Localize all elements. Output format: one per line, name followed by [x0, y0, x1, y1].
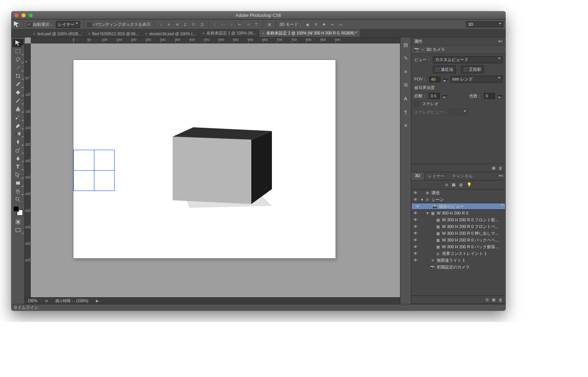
align-left-icon[interactable]: ⊏ [182, 21, 188, 27]
distance-field[interactable]: 0.5 [429, 93, 440, 99]
visibility-icon[interactable]: 👁 [411, 244, 419, 249]
align-top-icon[interactable]: ⫶ [158, 21, 164, 27]
type-tool[interactable]: T [12, 162, 24, 171]
history-brush-tool[interactable] [12, 113, 24, 121]
dist-3-icon[interactable]: ⫶ [228, 21, 234, 27]
tree-row[interactable]: 👁📷現在のビュー [411, 203, 506, 210]
new-layer-icon[interactable]: ⊞ [485, 297, 489, 302]
document-tab[interactable]: ×名称未設定 2 @ 100% (W 300 H 200 R 0, RGB/8)… [259, 30, 360, 37]
dodge-tool[interactable] [12, 146, 24, 154]
fov-unit-select[interactable]: mm レンズ [450, 76, 503, 83]
count-field[interactable]: 0 [484, 93, 495, 99]
auto-select-target[interactable]: レイヤー [56, 21, 80, 28]
trash-icon[interactable]: 🗑 [498, 166, 503, 170]
eyedropper-tool[interactable] [12, 80, 24, 88]
dock-tools-icon[interactable]: ✕ [401, 121, 410, 130]
hand-tool[interactable] [12, 187, 24, 195]
visibility-icon[interactable]: 👁 [411, 258, 419, 262]
align-vcenter-icon[interactable]: ≡ [166, 21, 172, 27]
crop-tool[interactable] [12, 72, 24, 80]
visibility-icon[interactable]: 👁 [411, 238, 419, 242]
tree-row[interactable]: 👁☀無限遠ライト 1 [411, 257, 506, 264]
align-bottom-icon[interactable]: ⫷ [174, 21, 180, 27]
dock-actions-icon[interactable]: ≡ [401, 67, 410, 76]
status-menu-icon[interactable]: ▶ [96, 299, 99, 303]
align-hcenter-icon[interactable]: ⊓ [191, 21, 197, 27]
panel-menu-icon[interactable]: ▾≡ [497, 172, 506, 180]
scale-icon[interactable]: ▭ [337, 21, 343, 27]
roll-icon[interactable]: ⟲ [313, 21, 319, 27]
tree-row[interactable]: 👁▼⧈シーン [411, 196, 506, 203]
screenmode-tool[interactable] [12, 226, 24, 234]
tree-row[interactable]: 👁▦W 300 H 200 R 0 バック膨張... [411, 243, 506, 250]
orbit-icon[interactable]: ◉ [304, 21, 310, 27]
panel-menu-icon[interactable]: ▾≡ [498, 39, 503, 44]
tree-row[interactable]: 👁◎境界コンストレイント 1 [411, 250, 506, 257]
visibility-icon[interactable]: 👁 [413, 204, 422, 209]
quickmask-tool[interactable] [12, 218, 24, 226]
zoom-value[interactable]: 100% [28, 299, 37, 303]
ruler-vertical[interactable]: 050100150200250300350400450500550600 [25, 43, 31, 304]
tree-row[interactable]: 👁▦W 300 H 200 R 0 押し出しマ... [411, 230, 506, 237]
gradient-tool[interactable] [12, 130, 24, 138]
marquee-tool[interactable] [12, 47, 24, 55]
dock-history-icon[interactable]: ▤ [401, 40, 410, 49]
properties-tab[interactable]: 属性▾≡ [411, 37, 506, 46]
visibility-icon[interactable]: 👁 [411, 224, 419, 229]
filter-scene-icon[interactable]: ⧈ [445, 182, 448, 187]
ruler-horizontal[interactable]: 0501001502002503003504004505005506006507… [31, 37, 400, 43]
auto-select-check[interactable]: 自動選択： [27, 22, 54, 27]
count-stepper[interactable] [497, 95, 503, 97]
visibility-icon[interactable]: 👁 [411, 211, 419, 215]
bbox-check[interactable]: バウンディングボックスを表示 [87, 22, 151, 27]
close-tab-icon[interactable]: × [88, 31, 90, 36]
visibility-icon[interactable]: 👁 [411, 231, 419, 235]
dock-para-icon[interactable]: ¶ [401, 108, 410, 116]
align-right-icon[interactable]: ⊐ [199, 21, 205, 27]
cube-mesh[interactable] [167, 125, 272, 212]
scene-tree[interactable]: 👁✻環境👁▼⧈シーン👁📷現在のビュー👁▼▦W 300 H 200 R 0👁▦W … [411, 189, 506, 295]
document-tab[interactable]: ×Bed N250512.3DS @ 66... [85, 30, 142, 37]
filter-mesh-icon[interactable]: ▦ [452, 182, 455, 187]
fov-field[interactable]: 49 [429, 76, 440, 82]
slide-icon[interactable]: ⇔ [329, 21, 335, 27]
close-tab-icon[interactable]: × [145, 31, 147, 36]
tab-3d[interactable]: 3D [411, 172, 424, 180]
timeline-tab[interactable]: タイムライン [11, 304, 506, 311]
render-cancel-icon[interactable]: ⊘ [45, 299, 48, 303]
perspective-button[interactable]: ⬚遠近法 [433, 66, 456, 73]
dist-5-icon[interactable]: ⊣ [245, 21, 251, 27]
tree-row[interactable]: 👁▦W 300 H 200 R 0 フロントペ... [411, 223, 506, 230]
wand-tool[interactable] [12, 64, 24, 72]
tree-row[interactable]: 👁▦W 300 H 200 R 0 フロント影... [411, 216, 506, 223]
distance-stepper[interactable] [442, 95, 448, 97]
document-tab[interactable]: ×stocker3d.psd @ 100% (... [142, 30, 199, 37]
dock-char-icon[interactable]: A [401, 94, 410, 103]
lasso-tool[interactable] [12, 55, 24, 64]
tab-channels[interactable]: チャンネル [448, 172, 476, 180]
canvas-area[interactable]: 0501001502002503003504004505005506006507… [25, 37, 400, 304]
document-tab[interactable]: ×test.psd @ 100% (RGB... [30, 30, 85, 37]
visibility-icon[interactable]: 👁 [411, 251, 419, 256]
titlebar[interactable]: Adobe Photoshop CS6 [11, 11, 506, 19]
orthographic-button[interactable]: ⬚正投影 [461, 66, 484, 73]
canvas[interactable] [73, 60, 336, 258]
path-select-tool[interactable] [12, 171, 24, 179]
render-icon[interactable]: ▣ [492, 165, 495, 170]
dist-2-icon[interactable]: ⋯ [220, 21, 226, 27]
tree-row[interactable]: 👁✻環境 [411, 189, 506, 196]
visibility-icon[interactable]: 👁 [411, 218, 419, 222]
workspace-select[interactable]: 3D [466, 21, 503, 27]
eraser-tool[interactable] [12, 121, 24, 130]
brush-tool[interactable] [12, 97, 24, 105]
pan-icon[interactable]: ✥ [321, 21, 327, 27]
stereo-check[interactable] [414, 102, 419, 106]
view-select[interactable]: カスタムビュー 2 [433, 56, 503, 63]
visibility-icon[interactable]: 👁 [411, 191, 419, 195]
close-tab-icon[interactable]: × [262, 31, 264, 36]
shape-tool[interactable] [12, 179, 24, 187]
document-tab[interactable]: ×名称未設定 1 @ 100% (W... [199, 30, 259, 37]
dist-4-icon[interactable]: ⊢ [237, 21, 243, 27]
dock-layers-icon[interactable]: ⧉ [401, 81, 410, 89]
color-swatch[interactable] [13, 206, 23, 216]
